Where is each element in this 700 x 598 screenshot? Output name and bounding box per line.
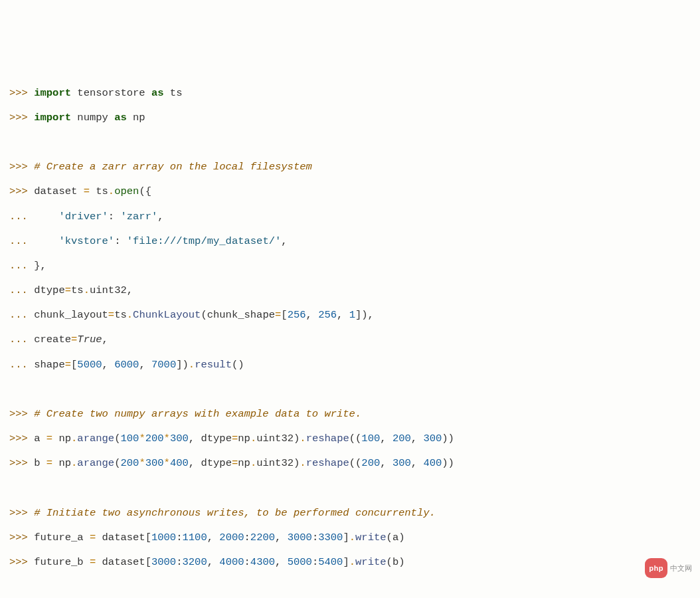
code-token: tensorstore xyxy=(71,87,151,99)
code-token: >>> xyxy=(9,507,34,519)
code-token: np xyxy=(52,457,71,469)
code-token: 4300 xyxy=(250,556,275,568)
code-token: * xyxy=(164,457,170,469)
code-token: , dtype xyxy=(189,433,232,445)
code-token: , xyxy=(411,457,424,469)
code-token: (chunk_shape xyxy=(201,309,275,321)
code-token: np xyxy=(238,457,250,469)
code-token: = xyxy=(232,433,238,445)
code-token: . xyxy=(300,457,306,469)
code-token: . xyxy=(71,457,77,469)
code-token: np xyxy=(127,112,145,124)
code-token: >>> xyxy=(9,112,34,124)
code-token: , xyxy=(207,556,220,568)
code-token: 7000 xyxy=(151,359,176,371)
code-token: uint32) xyxy=(256,457,300,469)
code-token: # Create a zarr array on the local files… xyxy=(34,161,312,173)
code-token: 256 xyxy=(288,309,306,321)
code-token: 5000 xyxy=(288,556,312,568)
code-token: = xyxy=(71,334,77,346)
code-token: uint32, xyxy=(90,284,133,296)
code-token: = xyxy=(275,309,281,321)
code-token: 'driver' xyxy=(58,211,108,223)
code-token: arange xyxy=(77,433,114,445)
code-token: write xyxy=(355,532,387,544)
code-token: , xyxy=(207,532,220,544)
code-token: future_a xyxy=(34,532,90,544)
code-token: 400 xyxy=(423,457,442,469)
code-token: )) xyxy=(442,433,454,445)
code-token: . xyxy=(300,433,306,445)
code-line xyxy=(9,377,693,402)
code-token: open xyxy=(114,185,139,197)
code-token: >>> xyxy=(9,433,34,445)
code-token: >>> xyxy=(9,408,34,420)
code-token: shape xyxy=(34,359,65,371)
code-token: dataset[ xyxy=(96,532,151,544)
code-token: (a) xyxy=(387,532,405,544)
code-token: a xyxy=(34,433,46,445)
code-token: write xyxy=(355,556,387,568)
code-token: np xyxy=(238,433,250,445)
code-token: # Create two numpy arrays with example d… xyxy=(34,408,361,420)
code-token: = xyxy=(46,457,52,469)
code-token: (b) xyxy=(387,556,405,568)
code-token: 200 xyxy=(393,433,411,445)
code-token: >>> xyxy=(9,87,34,99)
code-token: : xyxy=(114,235,127,247)
code-token: ({ xyxy=(139,185,151,197)
code-token: : xyxy=(244,556,250,568)
code-token: , xyxy=(139,359,151,371)
code-token: 300 xyxy=(393,457,411,469)
code-token: ]), xyxy=(355,309,374,321)
code-token: 200 xyxy=(120,457,139,469)
code-token: () xyxy=(232,359,244,371)
code-token: 100 xyxy=(361,433,380,445)
code-token: * xyxy=(139,433,145,445)
code-line: ... dtype=ts.uint32, xyxy=(9,278,693,303)
code-token: 3200 xyxy=(183,556,207,568)
code-line: >>> dataset = ts.open({ xyxy=(9,179,693,204)
code-token: np xyxy=(52,433,71,445)
code-token: numpy xyxy=(71,112,114,124)
code-token: * xyxy=(164,433,170,445)
code-token: ... xyxy=(9,334,34,346)
code-token: , xyxy=(102,334,108,346)
code-token: ] xyxy=(343,532,349,544)
code-token: [ xyxy=(281,309,287,321)
code-line: >>> b = np.arange(200*300*400, dtype=np.… xyxy=(9,451,693,476)
code-line: >>> # Initiate two asynchronous writes, … xyxy=(9,501,693,526)
code-line: >>> future_a = dataset[1000:1100, 2000:2… xyxy=(9,526,693,550)
code-token: 1 xyxy=(349,309,355,321)
code-token: 2000 xyxy=(219,532,244,544)
code-token: = xyxy=(65,359,71,371)
code-token: >>> xyxy=(9,556,34,568)
code-token: import xyxy=(34,87,71,99)
code-token: , xyxy=(275,556,288,568)
code-line: >>> import numpy as np xyxy=(9,106,693,130)
code-token: 100 xyxy=(120,433,139,445)
code-token: , xyxy=(275,532,288,544)
code-token: 5000 xyxy=(77,359,102,371)
code-token: ] xyxy=(343,556,349,568)
code-token: 4000 xyxy=(219,556,244,568)
code-token: True xyxy=(77,334,102,346)
code-token: : xyxy=(312,556,318,568)
code-line: ... create=True, xyxy=(9,328,693,352)
code-token: ts xyxy=(71,284,84,296)
code-token: 1000 xyxy=(151,532,176,544)
code-token: 'zarr' xyxy=(120,211,157,223)
code-token: ... xyxy=(9,284,34,296)
code-token: ... xyxy=(9,309,34,321)
code-token: 256 xyxy=(318,309,337,321)
code-token: 3000 xyxy=(288,532,312,544)
code-token: . xyxy=(71,433,77,445)
code-token: 1100 xyxy=(183,532,207,544)
code-token: = xyxy=(232,457,238,469)
code-token: result xyxy=(195,359,232,371)
code-token: , xyxy=(411,433,424,445)
code-token: . xyxy=(250,457,256,469)
code-token: . xyxy=(250,433,256,445)
code-token: : xyxy=(176,556,182,568)
code-token: , xyxy=(157,211,163,223)
